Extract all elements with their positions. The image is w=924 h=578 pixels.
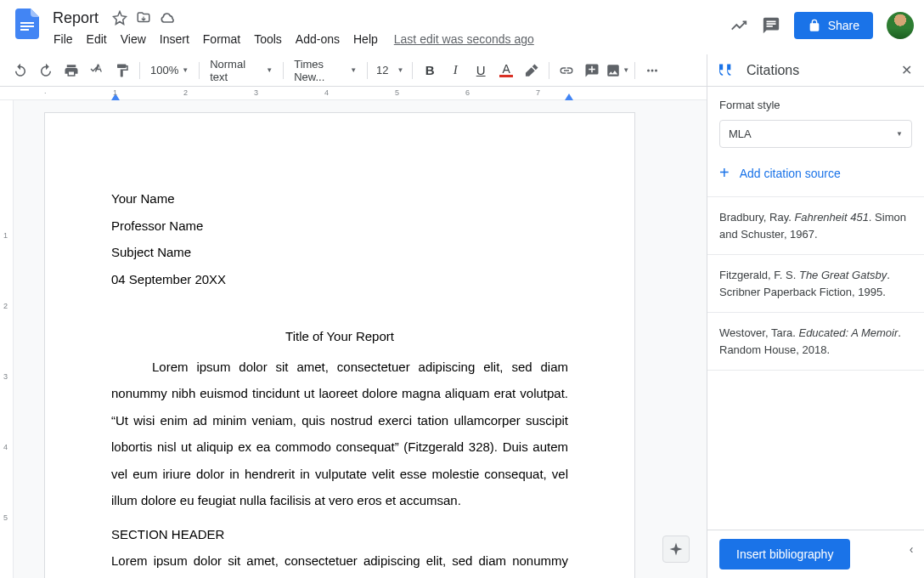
- add-comment-icon[interactable]: [580, 59, 604, 82]
- svg-point-5: [655, 69, 657, 71]
- link-icon[interactable]: [555, 59, 578, 82]
- vruler-tick: 5: [3, 513, 8, 522]
- svg-rect-1: [20, 26, 34, 27]
- format-style-value: MLA: [729, 128, 752, 140]
- svg-point-3: [647, 69, 650, 71]
- citations-header: Citations ✕: [707, 54, 924, 87]
- ruler-tick: 7: [536, 88, 540, 97]
- bold-icon[interactable]: B: [418, 59, 442, 82]
- underline-icon[interactable]: U: [469, 59, 493, 82]
- spellcheck-icon[interactable]: [85, 59, 109, 82]
- last-edit-link[interactable]: Last edit was seconds ago: [394, 32, 534, 46]
- insert-bibliography-button[interactable]: Insert bibliography: [719, 539, 850, 570]
- title-area: Report File Edit View Insert Format Tool…: [48, 7, 730, 49]
- doc-paragraph: Lorem ipsum dolor sit amet, consectetuer…: [111, 354, 568, 514]
- citation-item[interactable]: Bradbury, Ray. Fahrenheit 451. Simon and…: [707, 197, 924, 255]
- citations-body: Format style MLA ▼ + Add citation source…: [707, 87, 924, 530]
- document-page[interactable]: Your Name Professor Name Subject Name 04…: [44, 112, 635, 578]
- doc-line: Your Name: [111, 185, 568, 212]
- insert-image-icon[interactable]: ▼: [606, 59, 629, 82]
- svg-rect-0: [20, 22, 34, 24]
- menu-edit[interactable]: Edit: [81, 29, 113, 49]
- menu-tools[interactable]: Tools: [248, 29, 288, 49]
- share-label: Share: [828, 19, 859, 32]
- doc-paragraph: Lorem ipsum dolor sit amet, consectetuer…: [111, 547, 568, 578]
- doc-line: Subject Name: [111, 239, 568, 266]
- header-right: Share: [730, 7, 914, 39]
- citation-item[interactable]: Westover, Tara. Educated: A Memoir. Rand…: [707, 313, 924, 371]
- format-style-label: Format style: [719, 99, 912, 111]
- cloud-status-icon[interactable]: [160, 11, 177, 25]
- horizontal-ruler[interactable]: · 1 2 3 4 5 6 7: [0, 87, 707, 100]
- citations-panel: Citations ✕ Format style MLA ▼ + Add cit…: [707, 54, 924, 578]
- ruler-tick: 2: [183, 88, 188, 97]
- undo-icon[interactable]: [8, 59, 32, 82]
- svg-rect-2: [20, 29, 29, 31]
- zoom-select[interactable]: 100%▼: [145, 60, 194, 80]
- share-button[interactable]: Share: [794, 12, 873, 39]
- style-select[interactable]: Normal text▼: [205, 54, 278, 87]
- format-style-select[interactable]: MLA ▼: [719, 120, 912, 148]
- app-header: Report File Edit View Insert Format Tool…: [0, 0, 924, 54]
- svg-point-4: [651, 69, 654, 71]
- ruler-tick: 1: [113, 88, 117, 97]
- citation-item[interactable]: Fitzgerald, F. S. The Great Gatsby. Scri…: [707, 255, 924, 313]
- menu-insert[interactable]: Insert: [154, 29, 195, 49]
- ruler-tick: ·: [44, 88, 47, 97]
- highlight-icon[interactable]: [520, 59, 544, 82]
- avatar[interactable]: [887, 12, 914, 39]
- vruler-tick: 1: [3, 231, 8, 240]
- paint-format-icon[interactable]: [110, 59, 134, 82]
- chevron-down-icon: ▼: [896, 130, 903, 138]
- doc-line: 04 September 20XX: [111, 266, 568, 293]
- ruler-tick: 4: [324, 88, 329, 97]
- italic-icon[interactable]: I: [443, 59, 467, 82]
- document-area: · 1 2 3 4 5 6 7 1 2 3 4 5 Your Name Prof…: [0, 87, 707, 578]
- redo-icon[interactable]: [34, 59, 58, 82]
- font-size-select[interactable]: 12▼: [373, 60, 407, 80]
- quote-icon: [719, 64, 736, 77]
- add-citation-source[interactable]: + Add citation source: [719, 163, 912, 183]
- menu-view[interactable]: View: [115, 29, 152, 49]
- menu-format[interactable]: Format: [197, 29, 246, 49]
- menu-help[interactable]: Help: [347, 29, 384, 49]
- menu-file[interactable]: File: [48, 29, 79, 49]
- doc-title-center: Title of Your Report: [111, 323, 568, 350]
- star-icon[interactable]: [112, 10, 127, 26]
- more-icon[interactable]: [640, 59, 664, 82]
- menu-addons[interactable]: Add-ons: [290, 29, 346, 49]
- citations-footer: Insert bibliography: [707, 530, 924, 578]
- ruler-tick: 3: [254, 88, 258, 97]
- lock-icon: [808, 19, 821, 32]
- vertical-ruler[interactable]: 1 2 3 4 5: [0, 100, 14, 578]
- vruler-tick: 2: [3, 302, 8, 310]
- side-panel-toggle[interactable]: ‹: [902, 536, 921, 563]
- doc-title[interactable]: Report: [48, 8, 104, 29]
- add-source-label: Add citation source: [740, 167, 841, 180]
- activity-icon[interactable]: [730, 16, 748, 35]
- move-icon[interactable]: [136, 10, 151, 26]
- comments-icon[interactable]: [762, 16, 780, 35]
- docs-logo[interactable]: [10, 7, 44, 41]
- close-icon[interactable]: ✕: [901, 62, 912, 78]
- ruler-tick: 6: [465, 88, 470, 97]
- explore-button[interactable]: [662, 536, 690, 563]
- text-color-icon[interactable]: A: [494, 59, 518, 82]
- doc-line: Professor Name: [111, 212, 568, 240]
- menu-bar: File Edit View Insert Format Tools Add-o…: [48, 29, 730, 49]
- indent-marker-right[interactable]: [565, 94, 573, 102]
- vruler-tick: 3: [3, 372, 8, 381]
- print-icon[interactable]: [59, 59, 83, 82]
- citations-title: Citations: [747, 63, 891, 78]
- plus-icon: +: [719, 163, 730, 183]
- vruler-tick: 4: [3, 443, 8, 451]
- font-select[interactable]: Times New...▼: [289, 54, 362, 87]
- doc-section-header: SECTION HEADER: [111, 521, 568, 548]
- ruler-tick: 5: [395, 88, 399, 97]
